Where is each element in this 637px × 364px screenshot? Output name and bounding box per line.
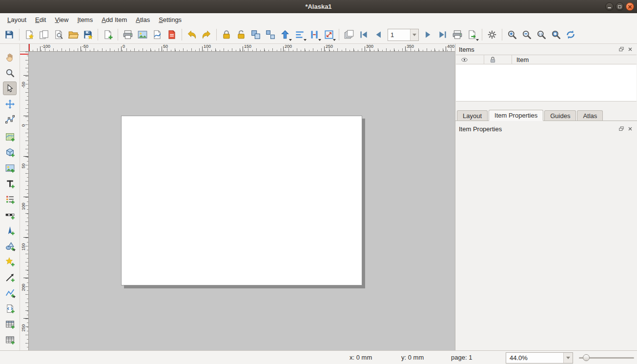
add-map-button[interactable] — [3, 130, 17, 143]
add-scalebar-button[interactable] — [3, 208, 17, 222]
move-content-icon — [5, 99, 15, 109]
item-properties-close-button[interactable] — [627, 125, 634, 132]
align-selected-items-button[interactable] — [292, 27, 307, 42]
zoom-level-value[interactable]: 44.0% — [506, 353, 563, 363]
tab-atlas[interactable]: Atlas — [577, 110, 603, 121]
menu-add-item[interactable]: Add Item — [97, 15, 131, 25]
edit-nodes-item-button[interactable] — [3, 113, 17, 126]
main-area: -100 -50 0 50 100 150 200 250 300 350 40… — [0, 44, 637, 350]
zoom-actual-size-button[interactable]: 1:1 — [534, 27, 549, 42]
move-item-content-button[interactable] — [3, 97, 17, 111]
export-as-svg-button[interactable] — [150, 27, 164, 42]
raise-selected-items-button[interactable] — [278, 27, 292, 42]
zoom-out-button[interactable] — [519, 27, 534, 42]
zoom-slider-handle[interactable] — [583, 354, 590, 361]
pan-layout-button[interactable] — [3, 50, 17, 64]
dropdown-caret-icon[interactable] — [318, 39, 321, 41]
add-fixed-table-button[interactable] — [3, 333, 17, 346]
add-node-item-button[interactable] — [3, 286, 17, 300]
titlebar[interactable]: *Alaska1 — [0, 0, 637, 13]
add-label-button[interactable] — [3, 177, 17, 190]
group-items-button[interactable] — [248, 27, 263, 42]
resize-selected-items-button[interactable] — [322, 27, 336, 42]
add-marker-button[interactable] — [3, 255, 17, 268]
add-north-arrow-button[interactable] — [3, 223, 17, 237]
toolbar-separator — [339, 29, 339, 40]
zoom-slider[interactable] — [579, 351, 634, 364]
print-atlas-button[interactable] — [450, 27, 465, 42]
atlas-page-dropdown[interactable] — [410, 29, 418, 40]
select-move-item-button[interactable] — [3, 81, 17, 95]
next-feature-button[interactable] — [421, 27, 435, 42]
menu-settings[interactable]: Settings — [154, 15, 186, 25]
layout-manager-button[interactable] — [51, 27, 66, 42]
right-dock: Items Item Layout Item Properties Guides… — [455, 44, 637, 350]
menu-atlas[interactable]: Atlas — [131, 15, 154, 25]
dropdown-caret-icon[interactable] — [333, 39, 336, 41]
export-as-pdf-button[interactable] — [164, 27, 179, 42]
group-icon — [250, 29, 261, 40]
add-legend-button[interactable] — [3, 192, 17, 206]
tab-item-properties[interactable]: Item Properties — [489, 110, 543, 121]
ungroup-items-button[interactable] — [263, 27, 278, 42]
preview-atlas-button[interactable] — [342, 27, 356, 42]
item-properties-float-button[interactable] — [618, 125, 625, 132]
toolbar-separator — [182, 29, 182, 40]
atlas-page-input[interactable] — [388, 29, 410, 40]
refresh-icon — [565, 29, 576, 40]
menu-view[interactable]: View — [50, 15, 73, 25]
undo-button[interactable] — [185, 27, 199, 42]
unlock-all-items-button[interactable] — [234, 27, 248, 42]
refresh-view-button[interactable] — [563, 27, 578, 42]
menu-layout[interactable]: Layout — [3, 15, 31, 25]
dropdown-caret-icon[interactable] — [476, 39, 479, 41]
save-project-button[interactable] — [2, 27, 17, 42]
close-button[interactable] — [626, 2, 634, 11]
items-list[interactable] — [456, 64, 637, 101]
add-3d-map-button[interactable] — [3, 145, 17, 159]
horizontal-ruler[interactable]: -100 -50 0 50 100 150 200 250 300 350 40… — [29, 44, 455, 52]
save-as-template-button[interactable] — [81, 27, 95, 42]
dropdown-caret-icon[interactable] — [13, 296, 16, 298]
layout-canvas[interactable]: -100 -50 0 50 100 150 200 250 300 350 40… — [20, 44, 455, 350]
add-attribute-table-button[interactable] — [3, 317, 17, 331]
add-picture-button[interactable] — [3, 161, 17, 175]
duplicate-layout-button[interactable] — [37, 27, 51, 42]
lock-selected-items-button[interactable] — [219, 27, 234, 42]
last-feature-button[interactable] — [435, 27, 450, 42]
zoom-full-button[interactable] — [549, 27, 563, 42]
dropdown-caret-icon[interactable] — [304, 39, 307, 41]
redo-button[interactable] — [199, 27, 214, 42]
items-panel-close-button[interactable] — [627, 46, 634, 53]
print-layout-button[interactable] — [121, 27, 135, 42]
menu-edit[interactable]: Edit — [31, 15, 50, 25]
new-layout-button[interactable] — [22, 27, 37, 42]
atlas-page-combo[interactable] — [388, 29, 419, 41]
add-items-from-template-button[interactable] — [66, 27, 81, 42]
items-panel-float-button[interactable] — [618, 46, 625, 53]
zoom-in-button[interactable] — [505, 27, 519, 42]
zoom-tool-button[interactable] — [3, 66, 17, 80]
first-feature-button[interactable] — [356, 27, 371, 42]
maximize-button[interactable] — [616, 2, 624, 11]
zoom-level-dropdown[interactable] — [563, 353, 573, 363]
previous-feature-button[interactable] — [371, 27, 386, 42]
distribute-selected-items-button[interactable] — [307, 27, 322, 42]
main-toolbar: 1:1 — [0, 26, 637, 44]
add-pages-button[interactable] — [101, 27, 115, 42]
export-as-image-button[interactable] — [135, 27, 150, 42]
add-arrow-button[interactable] — [3, 270, 17, 284]
tab-layout[interactable]: Layout — [457, 110, 488, 121]
dropdown-caret-icon[interactable] — [289, 39, 292, 41]
window-controls — [605, 2, 634, 11]
add-html-button[interactable] — [3, 302, 17, 315]
tab-guides[interactable]: Guides — [544, 110, 576, 121]
atlas-settings-button[interactable] — [485, 27, 499, 42]
vertical-ruler[interactable]: -50 0 50 100 150 200 250 — [20, 52, 29, 350]
export-atlas-button[interactable] — [465, 27, 479, 42]
minimize-button[interactable] — [605, 2, 614, 11]
dropdown-caret-icon[interactable] — [13, 249, 16, 251]
add-shape-button[interactable] — [3, 239, 17, 253]
menu-items[interactable]: Items — [73, 15, 97, 25]
zoom-level-combo[interactable]: 44.0% — [506, 352, 573, 364]
